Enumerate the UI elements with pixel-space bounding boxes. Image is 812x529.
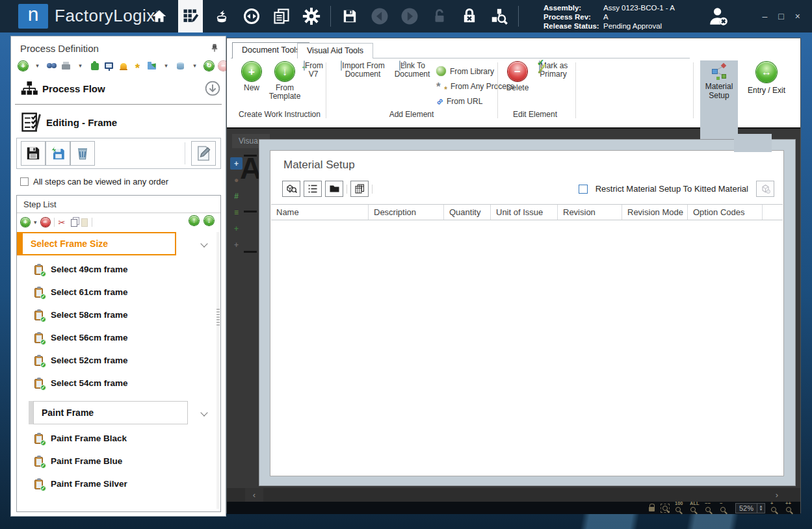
list-format-tool[interactable]: ≡ [230,206,242,218]
column-header[interactable]: Unit of Issue [491,205,558,220]
scroll-left-button[interactable]: ‹ [245,488,263,502]
step-list-scrollbar[interactable] [216,232,220,509]
delete-element-button[interactable]: − Delete [503,62,532,92]
add-step-button[interactable]: + [21,218,30,227]
templates-button[interactable] [211,2,233,31]
material-setup-button[interactable]: Material Setup [700,60,738,142]
tab-visual-aid-tools[interactable]: Visual Aid Tools [297,43,373,58]
zoom-in-fast-button[interactable]: ++ [786,504,795,513]
save-button[interactable] [339,2,361,31]
add-dropdown-caret-icon[interactable]: ▾ [32,60,43,71]
forward-button[interactable] [399,2,421,31]
find-part-button[interactable] [282,181,300,197]
from-v7-button[interactable]: ← From V7 [302,62,324,79]
mark-as-primary-button[interactable]: ✓ Mark as Primary [534,62,573,79]
step-item[interactable]: ✓ Paint Frame Blue [17,450,216,472]
scroll-down-circle-icon[interactable] [205,81,220,96]
unlock-button[interactable] [428,2,451,31]
zoom-level-spinner[interactable]: 52% ▲▼ [735,503,765,513]
print-button[interactable] [60,60,72,71]
validate-button[interactable] [89,60,100,71]
column-header[interactable]: Revision [558,205,622,220]
step-item[interactable]: ✓ Select 56cm frame [17,326,216,349]
add-process-button[interactable]: + [18,60,29,71]
move-step-up-button[interactable]: ↑ [189,216,199,226]
column-header[interactable]: Revision Mode [622,205,688,220]
remove-step-button[interactable]: − [41,218,50,227]
restrict-kitted-checkbox[interactable] [579,185,588,194]
horizontal-scrollbar[interactable]: ‹ › [227,488,800,502]
move-step-down-button[interactable]: ↓ [204,216,214,226]
chevron-down-icon[interactable] [200,409,207,416]
logout-user-button[interactable] [707,5,729,30]
maximize-button[interactable]: □ [778,11,783,21]
new-work-instruction-button[interactable]: + New [237,62,266,92]
sync-button[interactable] [241,2,263,31]
settings-button[interactable] [300,2,322,31]
grid-tool[interactable]: # [230,190,242,202]
import-document-button[interactable] [46,141,70,166]
add-step-caret-icon[interactable]: ▾ [34,219,37,226]
zoom-100-button[interactable]: 100 [675,504,685,513]
order-checkbox[interactable] [20,177,29,186]
delete-document-button[interactable] [70,141,95,166]
refresh-button[interactable]: ↻ [203,60,215,71]
find-button[interactable] [46,60,57,71]
zoom-out-fast-button[interactable]: −− [705,504,714,513]
column-header[interactable]: Option Codes [688,205,763,220]
add-from-list-button[interactable] [304,181,322,197]
open-folder-button[interactable] [325,181,343,197]
present-button[interactable] [103,60,114,71]
print-dropdown-caret-icon[interactable]: ▾ [75,60,86,71]
cut-step-icon[interactable]: ✂ [59,218,66,227]
step-item[interactable]: ✓ Paint Frame Black [17,427,216,450]
column-header[interactable]: Quantity [444,205,491,220]
step-item[interactable]: ✓ Select 58cm frame [17,303,216,326]
from-url-item[interactable]: ∞ From URL [436,94,521,109]
copy-step-icon[interactable] [71,219,77,227]
from-template-button[interactable]: ↓ From Template [267,62,302,101]
column-header[interactable]: Description [369,205,444,220]
step-item[interactable]: ✓ Paint Frame Silver [17,472,216,495]
step-group-header[interactable]: Paint Frame [17,401,216,424]
documents-button[interactable] [270,2,293,31]
back-button[interactable] [369,2,391,31]
step-item[interactable]: ✓ Select 49cm frame [17,258,216,281]
lock-process-button[interactable] [458,2,480,31]
minimize-button[interactable]: – [763,11,768,21]
process-flow-row[interactable]: Process Flow [11,77,226,103]
move-tool[interactable]: + [230,239,242,251]
publish-button[interactable] [146,60,157,71]
copy-materials-button[interactable] [350,181,369,197]
database-delete-button[interactable] [175,60,186,71]
step-group-header[interactable]: Select Frame Size [5,232,216,255]
process-search-button[interactable] [488,2,510,31]
zoom-out-button[interactable]: − [720,504,729,513]
zoom-all-button[interactable]: ALL [690,504,700,513]
view-order-option[interactable]: All steps can be viewed in any order [20,177,168,187]
entry-exit-button[interactable]: ↔ Entry / Exit [743,60,790,123]
align-move-tool[interactable]: + [230,222,242,235]
publish-dropdown-caret-icon[interactable]: ▾ [161,60,172,71]
save-document-button[interactable] [21,141,46,166]
edit-document-button[interactable] [191,141,216,166]
step-item[interactable]: ✓ Select 54cm frame [17,372,216,394]
home-button[interactable] [148,2,170,31]
column-header[interactable]: Name [271,205,369,220]
import-from-document-button[interactable]: Import From Document [336,62,389,79]
zoom-lock-icon[interactable] [649,507,655,511]
zoom-selection-button[interactable] [661,504,670,513]
step-item[interactable]: ✓ Select 61cm frame [17,281,216,303]
pin-button[interactable] [210,43,219,55]
spinner-arrows-icon[interactable]: ▲▼ [757,504,765,513]
close-button[interactable]: × [795,11,800,21]
work-instructions-button[interactable] [178,0,203,32]
chevron-down-icon[interactable] [200,240,207,247]
process-settings-button[interactable]: * [132,60,143,71]
step-item[interactable]: ✓ Select 52cm frame [17,349,216,372]
zoom-in-button[interactable]: + [771,504,780,513]
database-dropdown-caret-icon[interactable]: ▾ [189,60,200,71]
notify-button[interactable] [118,60,129,71]
link-to-document-button[interactable]: ∞ Link To Document [392,62,432,79]
scrollbar-thumb[interactable] [216,309,220,326]
